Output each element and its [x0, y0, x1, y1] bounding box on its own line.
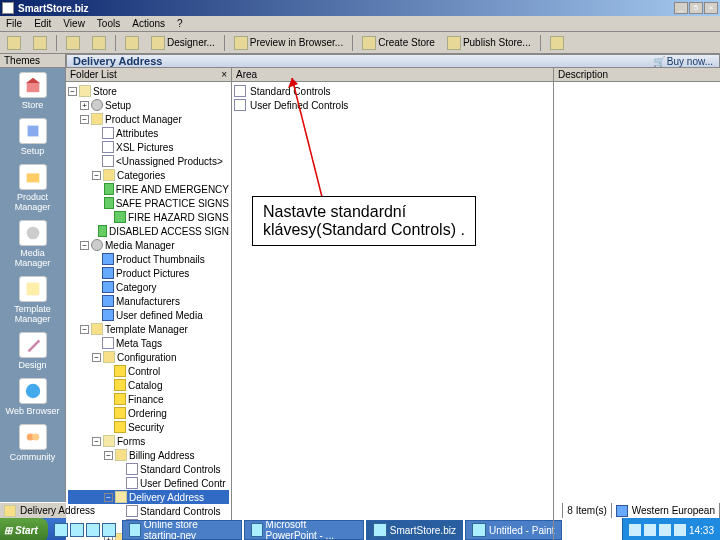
tree-setup[interactable]: +Setup: [68, 98, 229, 112]
ql-icon-1[interactable]: [54, 523, 68, 537]
theme-store[interactable]: Store: [0, 68, 65, 114]
theme-design[interactable]: Design: [0, 328, 65, 374]
tree-catalog[interactable]: Catalog: [68, 378, 229, 392]
tray-icon-3[interactable]: [659, 524, 671, 536]
theme-media-manager[interactable]: Media Manager: [0, 216, 65, 272]
tree-prodpics[interactable]: Product Pictures: [68, 266, 229, 280]
tree-categories[interactable]: −Categories: [68, 168, 229, 182]
start-button[interactable]: ⊞Start: [0, 518, 48, 540]
area-row-stdctrls[interactable]: Standard Controls: [234, 84, 551, 98]
tree-security[interactable]: Security: [68, 420, 229, 434]
tool-back[interactable]: [2, 34, 26, 52]
tree-cat1[interactable]: FIRE AND EMERGENCY: [68, 182, 229, 196]
buynow-link[interactable]: 🛒Buy now...: [653, 56, 713, 67]
tree-tplmgr[interactable]: −Template Manager: [68, 322, 229, 336]
tree-cat3[interactable]: FIRE HAZARD SIGNS: [68, 210, 229, 224]
tool-d-icon: [550, 36, 564, 50]
createstore-label: Create Store: [378, 37, 435, 48]
tree-stdctrls[interactable]: Standard Controls: [68, 462, 229, 476]
svg-rect-2: [27, 126, 38, 137]
ql-icon-3[interactable]: [86, 523, 100, 537]
design-icon: [19, 332, 47, 358]
tool-a[interactable]: [61, 34, 85, 52]
tool-fwd[interactable]: [28, 34, 52, 52]
menubar: File Edit View Tools Actions ?: [0, 16, 720, 32]
tree-attributes[interactable]: Attributes: [68, 126, 229, 140]
tree-manufacturers[interactable]: Manufacturers: [68, 294, 229, 308]
tree-cat2[interactable]: SAFE PRACTICE SIGNS: [68, 196, 229, 210]
tool-b[interactable]: [87, 34, 111, 52]
ql-icon-2[interactable]: [70, 523, 84, 537]
tree-xslpics[interactable]: XSL Pictures: [68, 140, 229, 154]
tree-billingaddr[interactable]: −Billing Address: [68, 448, 229, 462]
back-icon: [7, 36, 21, 50]
ql-icon-4[interactable]: [102, 523, 116, 537]
annotation-line1: Nastavte standardní: [263, 203, 465, 221]
tree-userdefctrls[interactable]: User Defined Contr: [68, 476, 229, 490]
tree-control[interactable]: Control: [68, 364, 229, 378]
task-label: Online store starting-nev: [144, 520, 235, 540]
folder-list-title: Folder List: [70, 69, 117, 80]
menu-help[interactable]: ?: [175, 18, 185, 29]
preview-icon: [234, 36, 248, 50]
tree-userdefmedia[interactable]: User defined Media: [68, 308, 229, 322]
minimize-button[interactable]: _: [674, 2, 688, 14]
tray-icon-2[interactable]: [644, 524, 656, 536]
menu-view[interactable]: View: [61, 18, 87, 29]
area-row-label: User Defined Controls: [250, 100, 348, 111]
tree-cat4[interactable]: DISABLED ACCESS SIGN: [68, 224, 229, 238]
theme-product-manager[interactable]: Product Manager: [0, 160, 65, 216]
close-button[interactable]: ×: [704, 2, 718, 14]
svg-rect-0: [26, 83, 39, 92]
tree-mediamgr[interactable]: −Media Manager: [68, 238, 229, 252]
quick-launch: [50, 523, 120, 537]
annotation-line2: klávesy(Standard Controls) .: [263, 221, 465, 239]
area-header: Area: [232, 68, 553, 82]
theme-pm-label: Product Manager: [2, 192, 63, 212]
designer-button[interactable]: Designer...: [146, 34, 220, 52]
folder-list-close-icon[interactable]: ×: [221, 69, 227, 80]
tree-metatags[interactable]: Meta Tags: [68, 336, 229, 350]
clock[interactable]: 14:33: [689, 525, 714, 536]
tree-store[interactable]: −Store: [68, 84, 229, 98]
theme-com-label: Community: [10, 452, 56, 462]
svg-point-7: [25, 384, 39, 398]
folder-tree[interactable]: −Store +Setup −Product Manager Attribute…: [66, 82, 231, 540]
tree-prodthumbs[interactable]: Product Thumbnails: [68, 252, 229, 266]
tree-forms[interactable]: −Forms: [68, 434, 229, 448]
tray-icon-1[interactable]: [629, 524, 641, 536]
restore-button[interactable]: 5: [689, 2, 703, 14]
tree-deliveryaddr[interactable]: −Delivery Address: [68, 490, 229, 504]
menu-actions[interactable]: Actions: [130, 18, 167, 29]
tree-configuration[interactable]: −Configuration: [68, 350, 229, 364]
designer-label: Designer...: [167, 37, 215, 48]
description-panel: Description: [554, 68, 720, 540]
menu-edit[interactable]: Edit: [32, 18, 53, 29]
menu-file[interactable]: File: [4, 18, 24, 29]
tree-categorymedia[interactable]: Category: [68, 280, 229, 294]
cart-icon: 🛒: [653, 56, 665, 67]
createstore-button[interactable]: Create Store: [357, 34, 440, 52]
tree-ordering[interactable]: Ordering: [68, 406, 229, 420]
area-row-label: Standard Controls: [250, 86, 331, 97]
menu-tools[interactable]: Tools: [95, 18, 122, 29]
template-manager-icon: [19, 276, 47, 302]
section-title: Delivery Address: [73, 55, 162, 67]
theme-community[interactable]: Community: [0, 420, 65, 466]
theme-web-browser[interactable]: Web Browser: [0, 374, 65, 420]
media-manager-icon: [19, 220, 47, 246]
theme-setup[interactable]: Setup: [0, 114, 65, 160]
publishstore-button[interactable]: Publish Store...: [442, 34, 536, 52]
area-row-userdef[interactable]: User Defined Controls: [234, 98, 551, 112]
tool-c[interactable]: [120, 34, 144, 52]
tree-finance[interactable]: Finance: [68, 392, 229, 406]
tray-icon-4[interactable]: [674, 524, 686, 536]
tree-unassigned[interactable]: <Unassigned Products>: [68, 154, 229, 168]
tree-productmgr[interactable]: −Product Manager: [68, 112, 229, 126]
tool-d[interactable]: [545, 34, 569, 52]
annotation-box: Nastavte standardní klávesy(Standard Con…: [252, 196, 476, 246]
theme-template-manager[interactable]: Template Manager: [0, 272, 65, 328]
globe-icon: [616, 505, 628, 517]
preview-button[interactable]: Preview in Browser...: [229, 34, 348, 52]
task-onlinestore[interactable]: Online store starting-nev: [122, 520, 242, 540]
